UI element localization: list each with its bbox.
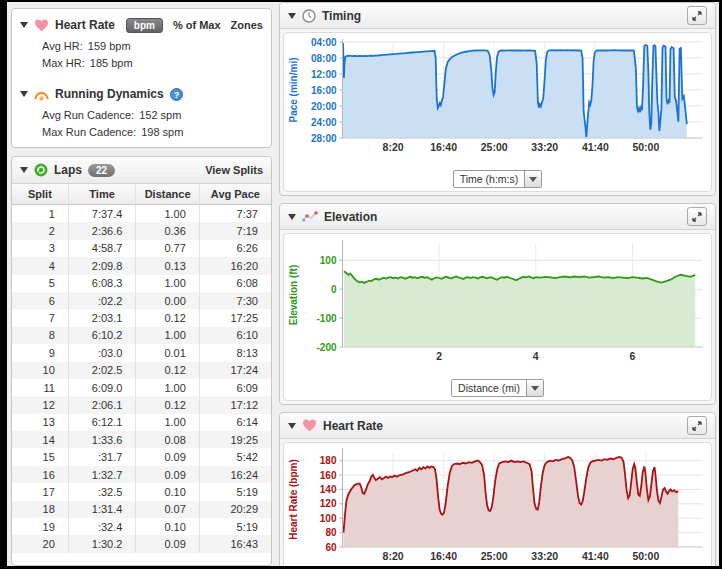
tick-label: 12:00 — [311, 69, 337, 80]
table-row[interactable]: 116:09.01.006:09 — [12, 379, 271, 396]
column-header-distance[interactable]: Distance — [136, 184, 199, 205]
table-cell: 10 — [12, 362, 68, 379]
elevation-x-axis-dropdown[interactable]: Distance (mi) — [451, 379, 544, 397]
table-cell: 9 — [12, 344, 68, 361]
tick-label: 25:00 — [481, 550, 508, 562]
view-splits-link[interactable]: View Splits — [205, 164, 263, 176]
bpm-toggle-button[interactable]: bpm — [126, 18, 163, 33]
column-header-split[interactable]: Split — [12, 184, 68, 205]
dropdown-selected-value: Time (h:m:s) — [454, 173, 525, 185]
expand-icon[interactable] — [687, 416, 707, 435]
pct-of-max-toggle-button[interactable]: % of Max — [173, 19, 221, 31]
table-row[interactable]: 15:31.70.095:42 — [12, 448, 271, 465]
table-cell: 1:30.2 — [68, 535, 136, 552]
heart-rate-section-title: Heart Rate — [55, 18, 115, 32]
table-cell: 18 — [12, 501, 68, 518]
tick-label: 33:20 — [531, 141, 558, 153]
timing-x-axis-dropdown[interactable]: Time (h:m:s) — [453, 170, 543, 188]
dropdown-selected-value: Distance (mi) — [452, 382, 526, 394]
table-row[interactable]: 19:32.40.105:19 — [12, 518, 271, 535]
table-cell: 6:10.2 — [68, 327, 136, 344]
timing-chart-card: 04:0008:0012:0016:0020:0024:0028:008:201… — [283, 32, 712, 192]
table-cell: 17:12 — [199, 396, 271, 413]
table-row[interactable]: 102:02.50.1217:24 — [12, 362, 271, 379]
laps-icon — [34, 163, 48, 177]
tick-label: 8:20 — [383, 550, 404, 562]
table-row[interactable]: 141:33.60.0819:25 — [12, 431, 271, 448]
timing-chart[interactable]: 04:0008:0012:0016:0020:0024:0028:008:201… — [284, 34, 711, 166]
table-row[interactable]: 17:32.50.105:19 — [12, 483, 271, 500]
table-cell: :32.5 — [68, 483, 136, 500]
collapse-triangle-icon[interactable] — [20, 91, 28, 97]
help-icon[interactable]: ? — [170, 88, 183, 101]
column-header-avg-pace[interactable]: Avg Pace — [199, 184, 271, 205]
collapse-triangle-icon[interactable] — [288, 13, 296, 19]
table-cell: 0.12 — [136, 396, 199, 413]
running-dynamics-section-title: Running Dynamics — [55, 87, 164, 101]
laps-count-badge: 22 — [88, 164, 115, 177]
table-cell: 6:10 — [199, 327, 271, 344]
table-cell: 17:24 — [199, 362, 271, 379]
table-cell: 0.10 — [136, 483, 199, 500]
zones-toggle-button[interactable]: Zones — [231, 19, 263, 31]
table-cell: 0.12 — [136, 309, 199, 326]
elevation-chart-card: 1000-100-200246Elevation (ft)Distance (m… — [283, 233, 712, 401]
table-row[interactable]: 9:03.00.018:13 — [12, 344, 271, 361]
tick-label: 140 — [320, 484, 337, 495]
table-cell: 15 — [12, 448, 68, 465]
table-cell: 17 — [12, 483, 68, 500]
table-row[interactable]: 122:06.10.1217:12 — [12, 396, 271, 413]
table-cell: 0.12 — [136, 362, 199, 379]
table-cell: 6:08 — [199, 275, 271, 292]
table-row[interactable]: 17:37.41.007:37 — [12, 205, 271, 223]
table-cell: 0.09 — [136, 448, 199, 465]
table-row[interactable]: 6:02.20.007:30 — [12, 292, 271, 309]
table-row[interactable]: 72:03.10.1217:25 — [12, 309, 271, 326]
tick-label: 25:00 — [481, 141, 508, 153]
table-cell: 6:26 — [199, 240, 271, 257]
avg-hr-stat: Avg HR:159 bpm — [42, 38, 263, 55]
collapse-triangle-icon[interactable] — [20, 22, 28, 28]
table-row[interactable]: 22:36.60.367:19 — [12, 222, 271, 239]
table-row[interactable]: 34:58.70.776:26 — [12, 240, 271, 257]
table-cell: 2:03.1 — [68, 309, 136, 326]
table-row[interactable]: 42:09.80.1316:20 — [12, 257, 271, 274]
table-cell: 1 — [12, 205, 68, 223]
collapse-triangle-icon[interactable] — [288, 214, 296, 220]
table-cell: 0.77 — [136, 240, 199, 257]
collapse-triangle-icon[interactable] — [20, 167, 28, 173]
table-cell: 2:02.5 — [68, 362, 136, 379]
table-cell: :03.0 — [68, 344, 136, 361]
laps-panel: Laps 22 View Splits Split Time Distance … — [11, 156, 272, 566]
table-row[interactable]: 181:31.40.0720:29 — [12, 501, 271, 518]
table-cell: :31.7 — [68, 448, 136, 465]
table-row[interactable]: 56:08.31.006:08 — [12, 275, 271, 292]
table-cell: 7:30 — [199, 292, 271, 309]
elevation-x-axis-selector-row: Distance (mi) — [284, 379, 711, 400]
elevation-y-axis-label: Elevation (ft) — [288, 265, 299, 326]
table-cell: 6:08.3 — [68, 275, 136, 292]
table-row[interactable]: 86:10.21.006:10 — [12, 327, 271, 344]
table-cell: 0.09 — [136, 535, 199, 552]
heart_rate-chart[interactable]: 18016014012010080608:2016:4025:0033:2041… — [284, 444, 711, 566]
table-cell: 16:43 — [199, 535, 271, 552]
table-cell: 3 — [12, 240, 68, 257]
table-row[interactable]: 136:12.11.006:14 — [12, 414, 271, 431]
chevron-down-icon — [524, 171, 541, 187]
tick-label: 4 — [533, 350, 539, 362]
expand-icon[interactable] — [687, 207, 707, 226]
table-cell: :32.4 — [68, 518, 136, 535]
activity-page: Heart Rate bpm % of Max Zones Avg HR:159… — [7, 2, 719, 566]
column-header-time[interactable]: Time — [68, 184, 136, 205]
expand-icon[interactable] — [687, 6, 707, 25]
table-cell: 13 — [12, 414, 68, 431]
table-cell: 1:32.7 — [68, 466, 136, 483]
table-row[interactable]: 161:32.70.0916:24 — [12, 466, 271, 483]
elevation-chart[interactable]: 1000-100-200246Elevation (ft) — [284, 235, 711, 375]
timing-chart-panel: Timing04:0008:0012:0016:0020:0024:0028:0… — [279, 2, 716, 196]
charts-column: Timing04:0008:0012:0016:0020:0024:0028:0… — [279, 2, 716, 566]
table-cell: 2:09.8 — [68, 257, 136, 274]
heart_rate-panel-title: Heart Rate — [323, 419, 383, 433]
table-row[interactable]: 201:30.20.0916:43 — [12, 535, 271, 552]
collapse-triangle-icon[interactable] — [288, 423, 296, 429]
